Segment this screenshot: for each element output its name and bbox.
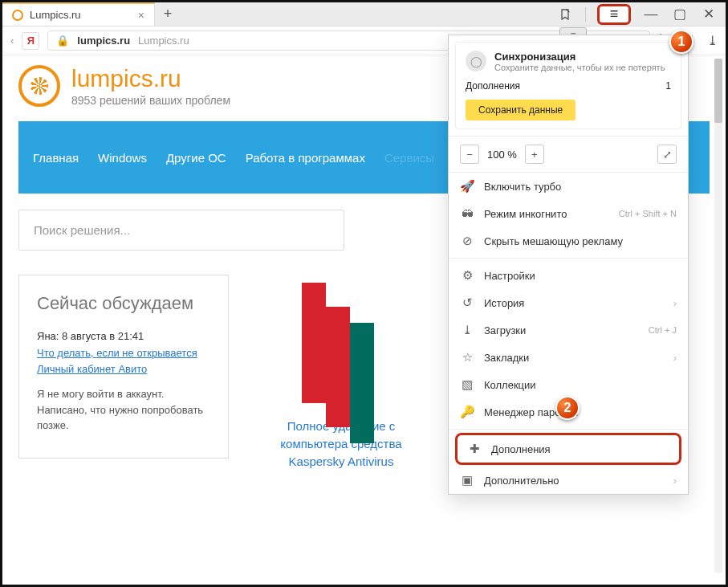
comment-meta: Яна: 8 августа в 21:41 [37, 330, 210, 342]
maximize-icon[interactable]: ▢ [671, 6, 689, 23]
sync-save-button[interactable]: Сохранить данные [466, 100, 575, 120]
lock-icon: 🔒 [56, 35, 69, 47]
menu-collections[interactable]: ▧ Коллекции [449, 371, 688, 398]
bookmark-reader-icon[interactable] [556, 6, 574, 23]
menu-label: Включить турбо [484, 181, 561, 193]
menu-label: Дополнительно [484, 475, 559, 487]
tab-title: Lumpics.ru [30, 9, 132, 21]
more-icon: ▣ [460, 473, 474, 487]
menu-label: Коллекции [484, 379, 536, 391]
download-icon: ⤓ [460, 323, 474, 337]
menu-settings[interactable]: ⚙ Настройки [449, 262, 688, 289]
back-icon[interactable]: ‹ [10, 35, 14, 47]
menu-label: Скрыть мешающую рекламу [484, 235, 623, 247]
profile-icon: ◯ [466, 51, 486, 71]
scrollbar-thumb[interactable] [714, 59, 722, 123]
zoom-row: − 100 % + ⤢ [449, 136, 688, 173]
article-card-kaspersky[interactable]: Полное удаление с компьютера средства Ka… [253, 275, 429, 470]
zoom-in-button[interactable]: + [525, 145, 544, 164]
main-menu: ◯ Синхронизация Сохраните данные, чтобы … [448, 35, 689, 495]
nav-home[interactable]: Главная [33, 140, 79, 176]
tab-lumpics[interactable]: Lumpics.ru × [2, 2, 155, 26]
key-icon: 🔑 [460, 405, 474, 419]
gear-icon: ⚙ [460, 268, 474, 283]
chevron-right-icon: › [673, 475, 677, 487]
new-tab-button[interactable]: + [155, 2, 181, 26]
highlight-addons: ✚ Дополнения [455, 433, 681, 465]
site-name[interactable]: lumpics.ru [71, 65, 230, 92]
url-domain: lumpics.ru [77, 35, 130, 47]
menu-label: Закладки [484, 352, 529, 364]
sync-addons-count: 1 [665, 80, 671, 92]
menu-more[interactable]: ▣ Дополнительно › [449, 467, 688, 494]
nav-other-os[interactable]: Другие ОС [166, 140, 226, 176]
nav-windows[interactable]: Windows [98, 140, 147, 176]
callout-1: 1 [669, 30, 693, 54]
discuss-widget: Сейчас обсуждаем Яна: 8 августа в 21:41 … [18, 275, 229, 459]
close-icon[interactable]: × [138, 9, 144, 22]
menu-downloads[interactable]: ⤓ Загрузки Ctrl + J [449, 316, 688, 344]
menu-label: Дополнения [491, 443, 551, 455]
collection-icon: ▧ [460, 377, 474, 392]
sync-subtitle: Сохраните данные, чтобы их не потерять [494, 63, 665, 72]
menu-addons[interactable]: ✚ Дополнения [461, 438, 676, 459]
nav-apps[interactable]: Работа в программах [246, 140, 365, 176]
menu-label: Режим инкогнито [484, 208, 567, 220]
rocket-icon: 🚀 [460, 179, 474, 194]
block-icon: ⊘ [460, 234, 474, 248]
minimize-icon[interactable]: ― [642, 6, 660, 23]
discuss-heading: Сейчас обсуждаем [37, 293, 210, 314]
shortcut: Ctrl + Shift + N [619, 209, 677, 218]
chevron-right-icon: › [673, 297, 677, 309]
yandex-home-button[interactable]: Я [22, 32, 39, 50]
zoom-out-button[interactable]: − [460, 145, 479, 164]
url-title: Lumpics.ru [138, 35, 189, 47]
sync-card: ◯ Синхронизация Сохраните данные, чтобы … [455, 42, 681, 129]
site-tagline: 8953 решений ваших проблем [71, 94, 230, 107]
menu-incognito[interactable]: 🕶 Режим инкогнито Ctrl + Shift + N [449, 200, 688, 227]
separator [585, 7, 586, 22]
mask-icon: 🕶 [460, 206, 474, 221]
downloads-icon[interactable]: ⤓ [707, 33, 718, 48]
sync-addons-label: Дополнения [466, 80, 520, 92]
menu-label: Настройки [484, 270, 535, 282]
search-input[interactable]: Поиск решения... [18, 210, 344, 251]
menu-bookmarks[interactable]: ☆ Закладки › [449, 344, 688, 371]
separator [449, 258, 688, 259]
puzzle-icon: ✚ [467, 442, 482, 456]
fullscreen-button[interactable]: ⤢ [657, 145, 677, 164]
zoom-level: 100 % [487, 149, 517, 161]
browser-window: Lumpics.ru × + ≡ ― ▢ ✕ ‹ Я 🔒 lumpics.ru … [0, 0, 728, 587]
comment-body: Я не могу войти в аккаунт. Написано, что… [37, 386, 210, 434]
sync-title: Синхронизация [494, 51, 665, 63]
clock-icon: ↺ [460, 296, 474, 310]
favicon-icon [12, 10, 23, 21]
chevron-right-icon: › [673, 352, 677, 364]
menu-adblock[interactable]: ⊘ Скрыть мешающую рекламу [449, 227, 688, 255]
thumb-kaspersky-icon [253, 275, 429, 411]
menu-button[interactable]: ≡ [597, 4, 631, 25]
callout-2: 2 [555, 396, 580, 420]
separator [449, 429, 688, 430]
star-icon: ☆ [460, 350, 474, 365]
close-window-icon[interactable]: ✕ [700, 6, 718, 23]
window-controls: ≡ ― ▢ ✕ [548, 2, 726, 26]
vertical-scrollbar[interactable] [714, 59, 722, 573]
menu-label: История [484, 297, 524, 309]
shortcut: Ctrl + J [649, 325, 677, 335]
logo-icon [18, 65, 60, 107]
menu-history[interactable]: ↺ История › [449, 289, 688, 316]
menu-turbo[interactable]: 🚀 Включить турбо [449, 173, 688, 200]
tabstrip: Lumpics.ru × + ≡ ― ▢ ✕ [2, 2, 726, 26]
menu-label: Загрузки [484, 324, 526, 336]
comment-link[interactable]: Что делать, если не открывается Личный к… [37, 345, 210, 377]
nav-services[interactable]: Сервисы [384, 140, 434, 176]
